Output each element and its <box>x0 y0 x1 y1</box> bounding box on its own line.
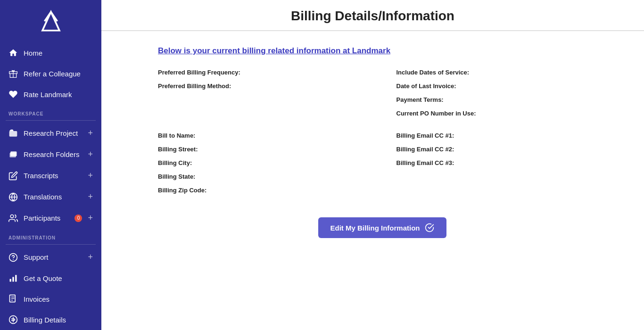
billing-address-col: Bill to Name: Billing Street: Billing Ci… <box>158 132 368 200</box>
sidebar-nav-admin: Support + Get a Quote Invoices Billing D… <box>0 247 101 330</box>
billing-action-area: Edit My Billing Information <box>158 217 606 238</box>
page-header: Billing Details/Information <box>101 0 644 31</box>
research-project-plus[interactable]: + <box>88 128 93 138</box>
label-dates: Include Dates of Service: <box>396 69 470 76</box>
workspace-section-label: WORKSPACE <box>0 105 101 118</box>
billing-bottom-grid: Bill to Name: Billing Street: Billing Ci… <box>158 132 606 200</box>
sidebar-item-research-project[interactable]: Research Project + <box>0 123 101 144</box>
sidebar-logo <box>0 0 101 42</box>
svg-rect-5 <box>10 151 17 156</box>
label-cc1: Billing Email CC #1: <box>396 132 454 139</box>
label-payment-terms: Payment Terms: <box>396 96 444 103</box>
billing-field-street: Billing Street: <box>158 146 368 153</box>
svg-rect-10 <box>12 277 14 282</box>
billing-field-method: Preferred Billing Method: <box>158 82 368 90</box>
sidebar-item-participants[interactable]: Participants 0 + <box>0 207 101 229</box>
sidebar-label-translations: Translations <box>24 193 82 201</box>
gift-icon <box>8 69 18 78</box>
billing-field-state: Billing State: <box>158 173 368 180</box>
workspace-divider <box>6 120 96 121</box>
sidebar-label-billing-details: Billing Details <box>24 316 93 324</box>
billing-subtitle: Below is your current billing related in… <box>158 46 606 56</box>
sidebar-label-invoices: Invoices <box>24 295 93 303</box>
main-content-area: Billing Details/Information Below is you… <box>101 0 644 330</box>
sidebar-label-rate: Rate Landmark <box>24 91 93 99</box>
sidebar-item-invoices[interactable]: Invoices <box>0 289 101 309</box>
folder-icon <box>8 129 18 138</box>
transcripts-plus[interactable]: + <box>88 171 93 181</box>
billing-email-col: Billing Email CC #1: Billing Email CC #2… <box>396 132 607 200</box>
label-po: Current PO Number in Use: <box>396 110 476 117</box>
sidebar-label-support: Support <box>24 253 82 261</box>
dollar-icon <box>8 315 18 324</box>
people-icon <box>8 214 18 223</box>
sidebar-item-refer[interactable]: Refer a Colleague <box>0 63 101 84</box>
sidebar-item-rate[interactable]: Rate Landmark <box>0 84 101 105</box>
sidebar-nav-workspace: Research Project + Research Folders + Tr… <box>0 123 101 229</box>
billing-left-col: Preferred Billing Frequency: Preferred B… <box>158 69 368 124</box>
billing-top-grid: Preferred Billing Frequency: Preferred B… <box>158 69 606 124</box>
sidebar-item-translations[interactable]: Translations + <box>0 186 101 207</box>
edit-billing-button[interactable]: Edit My Billing Information <box>318 217 446 238</box>
landmark-logo-icon <box>38 8 64 34</box>
sidebar-label-home: Home <box>24 49 93 57</box>
billing-field-freq: Preferred Billing Frequency: <box>158 69 368 76</box>
chart-icon <box>8 273 18 283</box>
sidebar-item-billing-details[interactable]: Billing Details <box>0 309 101 330</box>
sidebar-item-research-folders[interactable]: Research Folders + <box>0 144 101 165</box>
sidebar-label-research-project: Research Project <box>24 129 82 137</box>
label-cc2: Billing Email CC #2: <box>396 146 454 153</box>
participants-badge: 0 <box>74 214 82 222</box>
billing-field-dates: Include Dates of Service: <box>396 69 607 76</box>
participants-plus[interactable]: + <box>88 213 93 223</box>
sidebar-label-participants: Participants <box>24 214 68 222</box>
research-folders-plus[interactable]: + <box>88 149 93 159</box>
sidebar-item-support[interactable]: Support + <box>0 247 101 268</box>
edit-icon <box>8 171 18 181</box>
edit-billing-label: Edit My Billing Information <box>330 224 420 232</box>
billing-field-cc1: Billing Email CC #1: <box>396 132 607 139</box>
billing-field-billto: Bill to Name: <box>158 132 368 139</box>
sidebar-item-get-quote[interactable]: Get a Quote <box>0 268 101 289</box>
page-title: Billing Details/Information <box>120 8 625 24</box>
home-icon <box>8 48 18 58</box>
label-billto: Bill to Name: <box>158 132 195 139</box>
folders-icon <box>8 150 18 159</box>
label-street: Billing Street: <box>158 146 198 153</box>
sidebar-nav-top: Home Refer a Colleague Rate Landmark <box>0 42 101 105</box>
sidebar-label-transcripts: Transcripts <box>24 172 82 180</box>
billing-field-city: Billing City: <box>158 159 368 166</box>
support-plus[interactable]: + <box>88 252 93 262</box>
billing-field-po: Current PO Number in Use: <box>396 110 607 117</box>
billing-field-last-invoice: Date of Last Invoice: <box>396 82 607 90</box>
sidebar-item-transcripts[interactable]: Transcripts + <box>0 165 101 186</box>
svg-rect-11 <box>15 275 17 281</box>
label-city: Billing City: <box>158 159 192 166</box>
label-zip: Billing Zip Code: <box>158 187 206 194</box>
billing-field-cc2: Billing Email CC #2: <box>396 146 607 153</box>
translations-plus[interactable]: + <box>88 192 93 202</box>
sidebar-label-get-quote: Get a Quote <box>24 274 93 282</box>
checkmark-circle-icon <box>425 223 434 232</box>
administration-divider <box>6 244 96 245</box>
billing-field-payment-terms: Payment Terms: <box>396 96 607 103</box>
sidebar-label-refer: Refer a Colleague <box>24 70 93 78</box>
svg-point-7 <box>10 214 14 218</box>
svg-rect-3 <box>9 131 17 137</box>
billing-field-cc3: Billing Email CC #3: <box>396 159 607 166</box>
billing-right-top-col: Include Dates of Service: Date of Last I… <box>396 69 607 124</box>
billing-content: Below is your current billing related in… <box>101 31 644 253</box>
sidebar: Home Refer a Colleague Rate Landmark WOR… <box>0 0 101 330</box>
heart-icon <box>8 90 18 99</box>
billing-field-zip: Billing Zip Code: <box>158 187 368 194</box>
sidebar-item-home[interactable]: Home <box>0 42 101 63</box>
invoice-icon <box>8 294 18 304</box>
label-method: Preferred Billing Method: <box>158 82 231 90</box>
globe-icon <box>8 192 18 202</box>
question-icon <box>8 253 18 262</box>
label-cc3: Billing Email CC #3: <box>396 159 454 166</box>
label-freq: Preferred Billing Frequency: <box>158 69 240 76</box>
label-last-invoice: Date of Last Invoice: <box>396 82 456 90</box>
administration-section-label: ADMINISTRATION <box>0 229 101 242</box>
sidebar-label-research-folders: Research Folders <box>24 150 82 158</box>
